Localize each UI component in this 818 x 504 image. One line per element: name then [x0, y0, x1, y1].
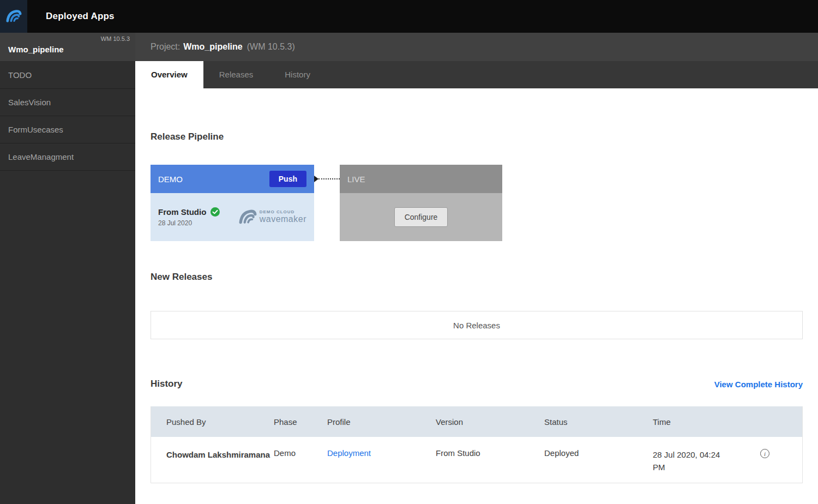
tab-overview[interactable]: Overview [135, 61, 203, 88]
col-profile: Profile [327, 417, 436, 427]
col-pushed-by: Pushed By [151, 417, 274, 427]
configure-button[interactable]: Configure [394, 207, 448, 227]
sidebar-item-salesvision[interactable]: SalesVision [0, 89, 135, 116]
live-phase-name: LIVE [347, 175, 365, 184]
sidebar-item-label: FormUsecases [8, 125, 63, 134]
sidebar-item-label: TODO [8, 70, 32, 80]
history-table-header: Pushed By Phase Profile Version Status T… [151, 406, 802, 437]
project-name: Wmo_pipeline [183, 42, 242, 52]
sidebar-item-leavemanagment[interactable]: LeaveManagment [0, 143, 135, 171]
new-releases-title: New Releases [151, 272, 803, 283]
sidebar: WM 10.5.3 Wmo_pipeline TODO SalesVision … [0, 33, 135, 504]
demo-cloud-logo: DEMO CLOUD wavemaker [238, 208, 306, 226]
push-button[interactable]: Push [269, 171, 306, 187]
cell-pushed-by: Chowdam Lakshmiramana [166, 450, 270, 459]
check-circle-icon [210, 207, 220, 217]
app-logo[interactable] [0, 0, 27, 33]
wavemaker-wave-icon [238, 208, 257, 226]
connector-dotted-line [318, 178, 340, 179]
col-time: Time [653, 417, 802, 427]
tab-history[interactable]: History [269, 61, 326, 88]
live-phase-header: LIVE [340, 165, 502, 193]
view-complete-history-link[interactable]: View Complete History [714, 380, 803, 389]
no-releases-text: No Releases [453, 321, 500, 330]
wavemaker-wordmark: wavemaker [260, 215, 306, 224]
live-phase-card: LIVE Configure [340, 165, 502, 241]
demo-push-date: 28 Jul 2020 [158, 219, 220, 227]
cell-profile-link[interactable]: Deployment [327, 448, 371, 458]
col-version: Version [436, 417, 544, 427]
main-content: Project: Wmo_pipeline (WM 10.5.3) Overvi… [135, 33, 818, 504]
project-header: Project: Wmo_pipeline (WM 10.5.3) [135, 33, 818, 61]
no-releases-box: No Releases [151, 311, 803, 339]
demo-phase-header: DEMO Push [151, 165, 314, 193]
sidebar-item-version-badge: WM 10.5.3 [101, 35, 130, 42]
history-title: History [151, 379, 183, 389]
col-phase: Phase [274, 417, 327, 427]
sidebar-item-wmo-pipeline[interactable]: WM 10.5.3 Wmo_pipeline [0, 33, 135, 62]
release-pipeline-title: Release Pipeline [151, 131, 803, 142]
demo-source-label: From Studio [158, 207, 206, 217]
wavemaker-logo-icon [5, 8, 22, 25]
table-row: Chowdam Lakshmiramana Demo Deployment Fr… [151, 437, 802, 483]
tab-bar: Overview Releases History [135, 61, 818, 88]
pipeline-row: DEMO Push From Studio [151, 165, 803, 241]
info-icon[interactable]: i [760, 449, 769, 458]
overview-panel: Release Pipeline DEMO Push From Studio [135, 131, 818, 483]
sidebar-item-formusecases[interactable]: FormUsecases [0, 116, 135, 143]
project-label: Project: [151, 42, 180, 52]
sidebar-item-label: LeaveManagment [8, 152, 74, 161]
cell-time: 28 Jul 2020, 04:24 PM [653, 448, 735, 474]
app-title: Deployed Apps [46, 11, 115, 22]
connector-arrow-icon [314, 176, 318, 182]
pipeline-connector [314, 176, 340, 182]
cell-phase: Demo [274, 448, 327, 458]
history-header: History View Complete History [151, 379, 803, 389]
cell-version: From Studio [436, 448, 544, 458]
live-phase-body: Configure [340, 193, 502, 241]
sidebar-item-label: SalesVision [8, 98, 51, 107]
col-status: Status [544, 417, 653, 427]
history-table: Pushed By Phase Profile Version Status T… [151, 406, 803, 483]
demo-phase-card: DEMO Push From Studio [151, 165, 314, 241]
project-version: (WM 10.5.3) [247, 42, 295, 52]
tab-releases[interactable]: Releases [203, 61, 269, 88]
sidebar-item-todo[interactable]: TODO [0, 62, 135, 89]
demo-phase-name: DEMO [158, 175, 183, 184]
topbar: Deployed Apps [0, 0, 818, 33]
sidebar-item-label: Wmo_pipeline [8, 45, 64, 54]
cell-status: Deployed [544, 448, 653, 458]
demo-phase-body: From Studio 28 Jul 2020 [151, 193, 314, 241]
